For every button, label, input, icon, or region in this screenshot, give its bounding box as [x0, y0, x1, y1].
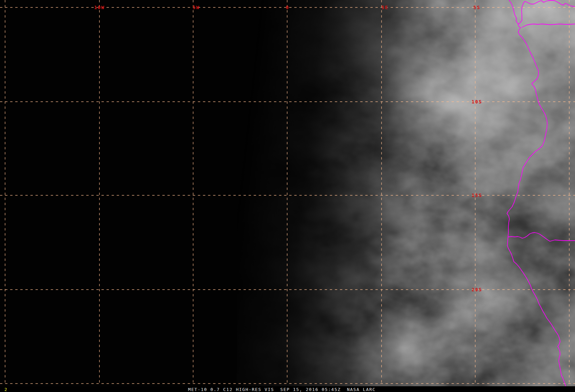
caption-timestamp: SEP 15, 2016 05:45Z: [280, 387, 341, 392]
daylight-imagery: [237, 0, 575, 386]
satellite-image: [0, 0, 575, 392]
caption-instrument: MET-10 0.7 C12 HIGH-RES VIS: [188, 387, 274, 392]
caption-credit: NASA LARC: [347, 387, 376, 392]
frame-number-label: 2: [4, 387, 7, 392]
caption-text: MET-10 0.7 C12 HIGH-RES VIS SEP 15, 2016…: [188, 387, 375, 392]
satellite-viewer: 10W5W05E5S10S15S20S MET-10 0.7 C12 HIGH-…: [0, 0, 575, 392]
